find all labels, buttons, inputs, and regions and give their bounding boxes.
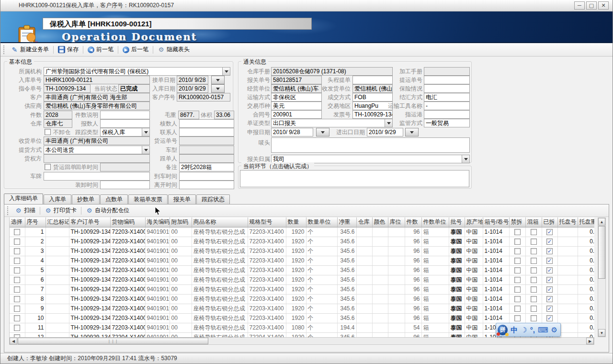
cell-mix_box[interactable]: [525, 265, 542, 275]
dest-port-field[interactable]: [424, 110, 470, 119]
row-select-checkbox[interactable]: [14, 325, 20, 331]
no-unload-checkbox[interactable]: [45, 129, 51, 135]
cell-no_split[interactable]: [509, 237, 525, 246]
ie-date-dropdown-button[interactable]: [405, 128, 419, 136]
row-select-checkbox[interactable]: [14, 306, 20, 312]
chevron-down-icon[interactable]: [222, 68, 230, 75]
tab-6[interactable]: 报关单: [168, 194, 196, 204]
no-split-checkbox[interactable]: [514, 267, 521, 273]
tab-7[interactable]: 跟踪状态: [196, 194, 230, 204]
contact-field[interactable]: [179, 128, 234, 136]
cell-no_split[interactable]: [509, 304, 525, 313]
arrive-time-field[interactable]: [179, 172, 234, 181]
transport-mode-field[interactable]: 非保税区: [271, 93, 322, 102]
no-split-checkbox[interactable]: [514, 239, 521, 245]
mix-box-checkbox[interactable]: [531, 248, 537, 254]
column-header-no_split[interactable]: 禁拆: [509, 217, 525, 227]
chevron-down-icon[interactable]: [142, 128, 149, 136]
column-header-box_no[interactable]: 箱号/卷号: [483, 217, 509, 227]
freight-receipt-checkbox[interactable]: [45, 164, 51, 170]
punctuation-icon[interactable]: °,: [530, 326, 535, 333]
cell-sel[interactable]: [10, 294, 25, 304]
first-bl-field[interactable]: [352, 76, 393, 84]
cell-mix_box[interactable]: [525, 304, 542, 313]
next-record-button[interactable]: ▶ 后一笔: [120, 45, 151, 55]
cell-split[interactable]: ✓: [542, 304, 557, 313]
tab-4[interactable]: 点数单: [100, 194, 128, 204]
mix-box-checkbox[interactable]: [531, 267, 537, 273]
cell-sel[interactable]: [10, 323, 25, 332]
column-header-location[interactable]: 库位: [388, 217, 405, 227]
row-select-checkbox[interactable]: [14, 277, 20, 283]
column-header-order_no[interactable]: 客户订单号: [69, 217, 110, 227]
column-header-spec[interactable]: 规格型号: [248, 217, 286, 227]
cell-sel[interactable]: [10, 265, 25, 275]
cell-no_split[interactable]: [509, 256, 525, 265]
cell-sel[interactable]: [10, 227, 25, 237]
column-header-mix_box[interactable]: 混箱: [525, 217, 542, 227]
cell-sel[interactable]: [10, 304, 25, 313]
mark-field[interactable]: [271, 137, 470, 153]
plate-field[interactable]: [44, 172, 150, 181]
mix-box-checkbox[interactable]: [531, 277, 537, 283]
no-split-checkbox[interactable]: [514, 248, 521, 254]
ie-date-field[interactable]: 2010/ 9/29: [367, 128, 403, 136]
reporter-field[interactable]: [100, 119, 150, 128]
column-header-seq[interactable]: 序号: [25, 217, 45, 227]
split-checkbox[interactable]: ✓: [546, 306, 553, 312]
cell-mix_box[interactable]: [525, 237, 542, 246]
split-checkbox[interactable]: ✓: [546, 267, 553, 273]
chevron-down-icon[interactable]: [462, 155, 469, 163]
settings-icon[interactable]: ⚙: [551, 326, 557, 333]
cell-mix_box[interactable]: [525, 294, 542, 304]
cell-sel[interactable]: [10, 256, 25, 265]
remark-field[interactable]: 29托2028箱: [179, 163, 234, 171]
column-header-qty_unit[interactable]: 数量单位: [306, 217, 337, 227]
split-checkbox[interactable]: ✓: [546, 239, 553, 245]
toolbar-grip[interactable]: [3, 46, 6, 54]
split-checkbox[interactable]: ✓: [546, 258, 553, 264]
mix-box-checkbox[interactable]: [531, 296, 537, 302]
horizontal-scrollbar[interactable]: ◀ ❘❘❘ ▶: [9, 337, 594, 345]
no-split-checkbox[interactable]: [514, 277, 521, 283]
deal-mode-field[interactable]: FOB: [352, 93, 393, 102]
split-checkbox[interactable]: ✓: [546, 286, 553, 293]
insurance-field[interactable]: [424, 84, 470, 93]
tab-2[interactable]: 入库单: [44, 194, 71, 204]
no-split-checkbox[interactable]: [514, 315, 521, 321]
settle-mode-field[interactable]: 电汇: [424, 93, 470, 102]
scan-button[interactable]: ⚙ 扫描: [12, 205, 38, 216]
cell-split[interactable]: ✓: [542, 256, 557, 265]
leave-time-field[interactable]: [179, 181, 234, 189]
scroll-left-icon[interactable]: ◀: [10, 338, 17, 344]
tab-5[interactable]: 装箱单发票: [128, 194, 168, 204]
scroll-up-icon[interactable]: ▲: [598, 218, 605, 226]
chevron-down-icon[interactable]: [385, 119, 392, 127]
cell-no_split[interactable]: [509, 275, 525, 284]
vertical-scrollbar-thumb[interactable]: [598, 226, 605, 279]
currency-field[interactable]: 美元: [271, 102, 322, 110]
row-select-checkbox[interactable]: [14, 315, 20, 321]
cell-split[interactable]: ✓: [542, 227, 557, 237]
mix-box-checkbox[interactable]: [531, 286, 537, 293]
cell-sel[interactable]: [10, 332, 25, 337]
cell-mix_box[interactable]: [525, 227, 542, 237]
column-header-sel[interactable]: 选择: [10, 217, 25, 227]
cell-mix_box[interactable]: [525, 256, 542, 265]
detail-toolbar-grip[interactable]: [7, 206, 10, 215]
tab-3[interactable]: 抄数单: [72, 194, 100, 204]
mix-box-checkbox[interactable]: [531, 239, 537, 245]
column-header-pcs_unit[interactable]: 件数单位: [421, 217, 449, 227]
cell-split[interactable]: ✓: [542, 275, 557, 284]
pieces-desc-field[interactable]: [100, 111, 150, 119]
cell-no_split[interactable]: [509, 313, 525, 323]
mix-box-checkbox[interactable]: [531, 315, 537, 321]
column-header-summary[interactable]: 汇总标记: [45, 217, 69, 227]
mix-box-checkbox[interactable]: [531, 306, 537, 312]
cell-sel[interactable]: [10, 275, 25, 284]
chevron-down-icon[interactable]: [142, 146, 149, 154]
no-split-checkbox[interactable]: [514, 229, 521, 235]
no-split-checkbox[interactable]: [514, 296, 521, 302]
half-moon-icon[interactable]: ☽: [521, 326, 527, 333]
receive-date-dropdown-button[interactable]: [211, 76, 225, 84]
